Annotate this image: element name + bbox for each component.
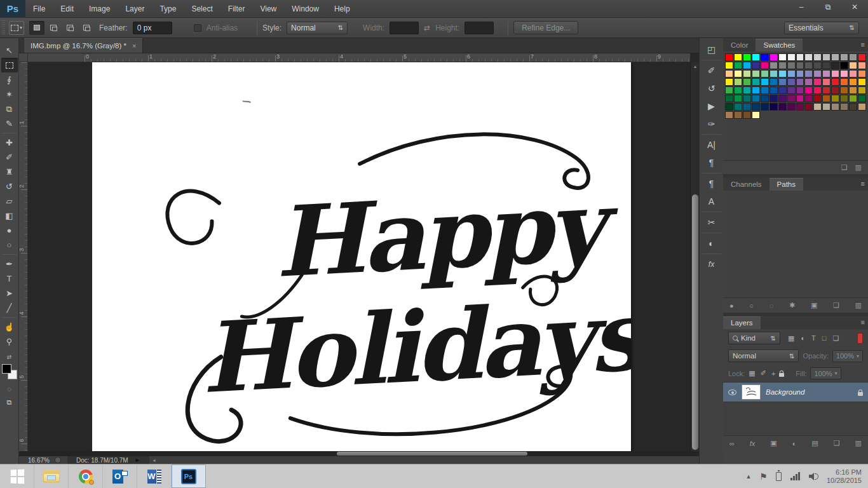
- antialias-checkbox[interactable]: [194, 24, 201, 32]
- tray-clock[interactable]: 6:16 PM 10/28/2015: [827, 468, 862, 485]
- close-button[interactable]: ✕: [841, 0, 868, 14]
- color-swatch[interactable]: [813, 78, 822, 86]
- menu-layer[interactable]: Layer: [118, 0, 152, 18]
- color-swatch[interactable]: [743, 95, 751, 102]
- color-swatch[interactable]: [849, 78, 857, 86]
- color-swatch[interactable]: [734, 111, 742, 119]
- show-hidden-icons-chevron[interactable]: ▴: [747, 472, 750, 480]
- status-icon[interactable]: [55, 457, 61, 463]
- scroll-up-icon[interactable]: ▴: [691, 64, 700, 69]
- add-to-selection-button[interactable]: [46, 21, 61, 35]
- delete-swatch-icon[interactable]: ▥: [855, 163, 862, 172]
- color-swatch[interactable]: [778, 103, 787, 111]
- smart-object-filter-icon[interactable]: ❏: [832, 334, 839, 342]
- new-swatch-icon[interactable]: ❏: [841, 163, 848, 172]
- eraser-tool[interactable]: ▱: [1, 194, 18, 208]
- panel-menu-icon[interactable]: ≡: [861, 318, 865, 326]
- load-path-selection-icon[interactable]: ◌: [770, 302, 774, 309]
- color-swatch[interactable]: [770, 62, 778, 69]
- marquee-tool-preset[interactable]: ▾: [9, 21, 24, 35]
- color-swatch[interactable]: [840, 62, 848, 69]
- color-swatch[interactable]: [743, 86, 751, 94]
- quick-mask-button[interactable]: ◌: [7, 385, 11, 393]
- type-layer-filter-icon[interactable]: T: [811, 334, 816, 342]
- pixel-layer-filter-icon[interactable]: ▦: [788, 334, 794, 342]
- color-swatch[interactable]: [752, 53, 760, 61]
- color-swatch[interactable]: [734, 95, 742, 102]
- height-input[interactable]: [465, 22, 494, 34]
- swap-dimensions-icon[interactable]: ⇄: [424, 24, 430, 32]
- color-swatch[interactable]: [725, 78, 733, 86]
- blur-tool[interactable]: ●: [1, 223, 18, 238]
- path-from-selection-icon[interactable]: ✱: [789, 301, 795, 309]
- history-panel-icon[interactable]: ↺: [702, 79, 721, 97]
- brush-presets-panel-icon[interactable]: ✑: [702, 115, 721, 133]
- color-swatch[interactable]: [840, 86, 848, 94]
- new-layer-icon[interactable]: ❏: [834, 439, 840, 447]
- outlook-button[interactable]: O: [103, 464, 137, 488]
- color-swatch[interactable]: [770, 103, 778, 111]
- color-swatch[interactable]: [787, 62, 796, 69]
- color-swatch[interactable]: [796, 86, 804, 94]
- color-swatch[interactable]: [849, 103, 857, 111]
- color-swatch[interactable]: [743, 53, 751, 61]
- menu-help[interactable]: Help: [327, 0, 358, 18]
- crop-tool[interactable]: ⧉: [1, 102, 18, 116]
- color-swatch[interactable]: [796, 70, 804, 78]
- move-tool[interactable]: ↖: [1, 43, 18, 58]
- color-swatch[interactable]: [796, 62, 804, 69]
- color-swatch[interactable]: [849, 95, 857, 102]
- color-swatch[interactable]: [849, 53, 857, 61]
- color-swatch[interactable]: [734, 78, 742, 86]
- color-swatch[interactable]: [725, 103, 733, 111]
- ruler-corner[interactable]: [19, 53, 28, 62]
- spot-healing-brush-tool[interactable]: ✚: [1, 135, 18, 150]
- add-layer-mask-icon[interactable]: ▣: [770, 439, 776, 447]
- actions-panel-icon[interactable]: ▶: [702, 97, 721, 115]
- screen-mode-button[interactable]: ⧉: [7, 398, 12, 407]
- hand-tool[interactable]: ☝: [1, 320, 18, 334]
- feather-input[interactable]: [133, 22, 172, 34]
- color-swatch[interactable]: [725, 111, 733, 119]
- color-swatch[interactable]: [831, 70, 839, 78]
- color-swatch[interactable]: [804, 53, 813, 61]
- color-swatch[interactable]: [752, 62, 760, 69]
- color-swatch[interactable]: [725, 53, 733, 61]
- color-swatch[interactable]: [858, 86, 866, 94]
- vertical-scrollbar[interactable]: ▴: [690, 62, 699, 451]
- color-swatch[interactable]: [804, 103, 813, 111]
- color-swatch[interactable]: [725, 70, 733, 78]
- menu-select[interactable]: Select: [184, 0, 220, 18]
- color-swatch[interactable]: [787, 95, 796, 102]
- character-panel-icon[interactable]: A|: [702, 136, 721, 154]
- clone-stamp-tool[interactable]: ♜: [1, 165, 18, 179]
- color-swatch[interactable]: [840, 70, 848, 78]
- color-swatch[interactable]: [778, 53, 787, 61]
- layer-thumbnail[interactable]: [742, 384, 761, 400]
- color-swatch[interactable]: [725, 86, 733, 94]
- file-explorer-button[interactable]: [34, 464, 69, 488]
- document-tab[interactable]: IMG.bmp @ 16.7% (Gray/8) * ×: [24, 38, 143, 53]
- shape-layer-filter-icon[interactable]: □: [822, 334, 827, 342]
- color-swatch[interactable]: [831, 62, 839, 69]
- menu-filter[interactable]: Filter: [220, 0, 253, 18]
- action-center-flag-icon[interactable]: ⚑: [759, 471, 768, 482]
- color-swatch[interactable]: [725, 62, 733, 69]
- tab-layers[interactable]: Layers: [723, 316, 761, 329]
- color-swatch[interactable]: [840, 95, 848, 102]
- close-tab-icon[interactable]: ×: [132, 42, 136, 50]
- horizontal-scroll-thumb[interactable]: [337, 452, 527, 456]
- brush-tool[interactable]: ✐: [1, 150, 18, 165]
- zoom-tool[interactable]: ⚲: [1, 334, 18, 349]
- color-swatch[interactable]: [743, 62, 751, 69]
- 3d-panel-icon[interactable]: ◰: [702, 41, 721, 58]
- foreground-background-colors[interactable]: [2, 364, 17, 379]
- stroke-path-icon[interactable]: ○: [749, 302, 754, 309]
- color-swatch[interactable]: [858, 62, 866, 69]
- photoshop-button[interactable]: Ps: [172, 464, 206, 488]
- color-swatch[interactable]: [761, 103, 769, 111]
- color-swatch[interactable]: [743, 103, 751, 111]
- doc-info-arrow-icon[interactable]: ►: [135, 457, 140, 463]
- color-swatch[interactable]: [778, 78, 787, 86]
- color-swatch[interactable]: [761, 86, 769, 94]
